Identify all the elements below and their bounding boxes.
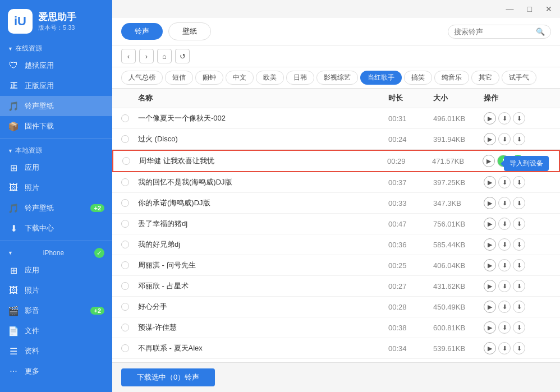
cat-chinese[interactable]: 中文 <box>226 71 254 85</box>
row-checkbox[interactable] <box>121 261 129 269</box>
import-button[interactable]: ⬇ <box>513 280 525 292</box>
table-row[interactable]: 我的好兄弟dj 00:36 585.44KB ▶ ⬇ ⬇ <box>112 234 560 255</box>
cat-tv[interactable]: 影视综艺 <box>316 71 358 85</box>
table-row[interactable]: 好心分手 00:28 450.49KB ▶ ⬇ ⬇ <box>112 297 560 317</box>
row-checkbox[interactable] <box>121 282 129 290</box>
nav-back-button[interactable]: ‹ <box>121 49 136 63</box>
sidebar-item-apps[interactable]: ⊞ 应用 <box>0 158 112 178</box>
sidebar-item-iphone-photos[interactable]: 🖼 照片 <box>0 280 112 301</box>
import-button[interactable]: ⬇ <box>512 155 524 167</box>
download-button[interactable]: ⬇ <box>497 155 509 167</box>
cat-pure[interactable]: 纯音乐 <box>434 71 469 85</box>
cat-korean[interactable]: 日韩 <box>286 71 314 85</box>
cat-funny[interactable]: 搞笑 <box>404 71 432 85</box>
table-row[interactable]: 《一仆二主》- 杨树手机铃 00:30 476.81KB ▶ ⬇ ⬇ <box>112 359 560 362</box>
nav-home-button[interactable]: ⌂ <box>157 49 172 63</box>
table-row[interactable]: 我的回忆不是我(海鸣威)DJ版 00:37 397.25KB ▶ ⬇ ⬇ <box>112 172 560 193</box>
play-button[interactable]: ▶ <box>484 133 496 145</box>
download-button[interactable]: ⬇ <box>498 197 511 209</box>
download-button[interactable]: ⬇ <box>498 238 511 251</box>
cat-western[interactable]: 欧美 <box>256 71 284 85</box>
play-button[interactable]: ▶ <box>484 112 496 124</box>
sidebar-item-jailbreak[interactable]: 🛡 越狱应用 <box>0 56 112 76</box>
download-button[interactable]: ⬇ <box>498 112 511 124</box>
row-checkbox[interactable] <box>121 199 129 207</box>
table-row[interactable]: 不再联系 - 夏天Alex 00:34 539.61KB ▶ ⬇ ⬇ <box>112 338 560 359</box>
row-checkbox[interactable] <box>121 178 129 186</box>
search-input[interactable] <box>454 27 533 36</box>
cat-popular[interactable]: 人气总榜 <box>121 71 163 85</box>
download-button[interactable]: ⬇ <box>498 218 511 230</box>
tab-wallpaper[interactable]: 壁纸 <box>168 22 211 40</box>
minimize-button[interactable]: — <box>503 3 517 15</box>
cat-sms[interactable]: 短信 <box>165 71 193 85</box>
play-button[interactable]: ▶ <box>484 259 496 271</box>
play-button[interactable]: ▶ <box>484 280 496 292</box>
cat-personality[interactable]: 试手气 <box>502 71 536 85</box>
row-checkbox[interactable] <box>121 114 129 122</box>
sidebar-item-firmware[interactable]: 📦 固件下载 <box>0 116 112 136</box>
sidebar-item-iphone-info[interactable]: ☰ 资料 <box>0 341 112 361</box>
import-button[interactable]: ⬇ <box>513 238 525 251</box>
import-button[interactable]: ⬇ <box>513 259 525 271</box>
play-button[interactable]: ▶ <box>484 321 496 334</box>
import-button[interactable]: ⬇ <box>513 133 525 145</box>
download-button[interactable]: ⬇ <box>498 259 511 271</box>
cat-alarm[interactable]: 闹钟 <box>195 71 223 85</box>
row-checkbox[interactable] <box>121 241 129 248</box>
import-button[interactable]: ⬇ <box>513 176 525 188</box>
play-button[interactable]: ▶ <box>484 342 496 354</box>
close-button[interactable]: ✕ <box>542 3 556 15</box>
play-button[interactable]: ▶ <box>484 176 496 188</box>
sidebar-item-official-label: 正版应用 <box>25 81 104 91</box>
download-selected-button[interactable]: 下载选中（0）铃声 <box>121 368 215 386</box>
table-row[interactable]: 你的承诺(海鸣威)DJ版 00:33 347.3KB ▶ ⬇ ⬇ <box>112 193 560 214</box>
row-checkbox[interactable] <box>122 157 130 165</box>
sidebar-item-download[interactable]: ⬇ 下载中心 <box>0 218 112 238</box>
import-button[interactable]: ⬇ <box>513 197 525 209</box>
sidebar-item-photos[interactable]: 🖼 照片 <box>0 178 112 198</box>
nav-refresh-button[interactable]: ↺ <box>175 49 190 63</box>
table-row[interactable]: 预谋-许佳慧 00:38 600.81KB ▶ ⬇ ⬇ <box>112 317 560 338</box>
sidebar-item-iphone-more[interactable]: ··· 更多 <box>0 361 112 381</box>
download-button[interactable]: ⬇ <box>498 321 511 334</box>
sidebar-item-iphone-media[interactable]: 🎬 影音 +2 <box>0 301 112 321</box>
play-button[interactable]: ▶ <box>484 197 496 209</box>
row-checkbox[interactable] <box>121 220 129 228</box>
sidebar-item-iphone-apps[interactable]: ⊞ 应用 <box>0 260 112 280</box>
import-button[interactable]: ⬇ <box>513 112 525 124</box>
download-button[interactable]: ⬇ <box>498 280 511 292</box>
play-button[interactable]: ▶ <box>484 301 496 313</box>
cat-current[interactable]: 当红歌手 <box>360 71 402 85</box>
sidebar-item-official[interactable]: 正 正版应用 <box>0 76 112 96</box>
table-row[interactable]: 过火 (Disco) 00:24 391.94KB ▶ ⬇ ⬇ <box>112 129 560 150</box>
play-button[interactable]: ▶ <box>483 155 495 167</box>
table-row[interactable]: 周华健 让我欢喜让我忧 00:29 471.57KB ▶ ⬇ ⬇ <box>112 150 560 172</box>
maximize-button[interactable]: □ <box>524 3 535 15</box>
download-button[interactable]: ⬇ <box>498 176 511 188</box>
import-button[interactable]: ⬇ <box>513 301 525 313</box>
table-row[interactable]: 一个像夏天一个像秋天-002 00:31 496.01KB ▶ ⬇ ⬇ <box>112 108 560 129</box>
table-row[interactable]: 周丽淇 - 问号先生 00:25 406.04KB ▶ ⬇ ⬇ <box>112 255 560 276</box>
download-button[interactable]: ⬇ <box>498 301 511 313</box>
cat-other[interactable]: 其它 <box>471 71 499 85</box>
row-checkbox[interactable] <box>121 303 129 311</box>
tab-ringtone[interactable]: 铃声 <box>121 23 163 40</box>
sidebar-item-iphone-files[interactable]: 📄 文件 <box>0 321 112 341</box>
row-checkbox[interactable] <box>121 344 129 352</box>
import-button[interactable]: ⬇ <box>513 342 525 354</box>
sidebar-item-ringtone[interactable]: 🎵 铃声壁纸 <box>0 96 112 116</box>
import-button[interactable]: ⬇ <box>513 218 525 230</box>
play-button[interactable]: ▶ <box>484 218 496 230</box>
row-checkbox[interactable] <box>121 324 129 331</box>
nav-forward-button[interactable]: › <box>139 49 154 63</box>
table-row[interactable]: 丢了幸福的猪dj 00:47 756.01KB ▶ ⬇ ⬇ <box>112 214 560 234</box>
play-button[interactable]: ▶ <box>484 238 496 251</box>
table-row[interactable]: 邓丽欣 - 占星术 00:27 431.62KB ▶ ⬇ ⬇ <box>112 276 560 297</box>
sidebar-item-local-ringtone[interactable]: 🎵 铃声壁纸 +2 <box>0 198 112 218</box>
download-button[interactable]: ⬇ <box>498 133 511 145</box>
download-button[interactable]: ⬇ <box>498 342 511 354</box>
row-name: 周丽淇 - 问号先生 <box>138 260 388 270</box>
import-button[interactable]: ⬇ <box>513 321 525 334</box>
row-checkbox[interactable] <box>121 135 129 143</box>
